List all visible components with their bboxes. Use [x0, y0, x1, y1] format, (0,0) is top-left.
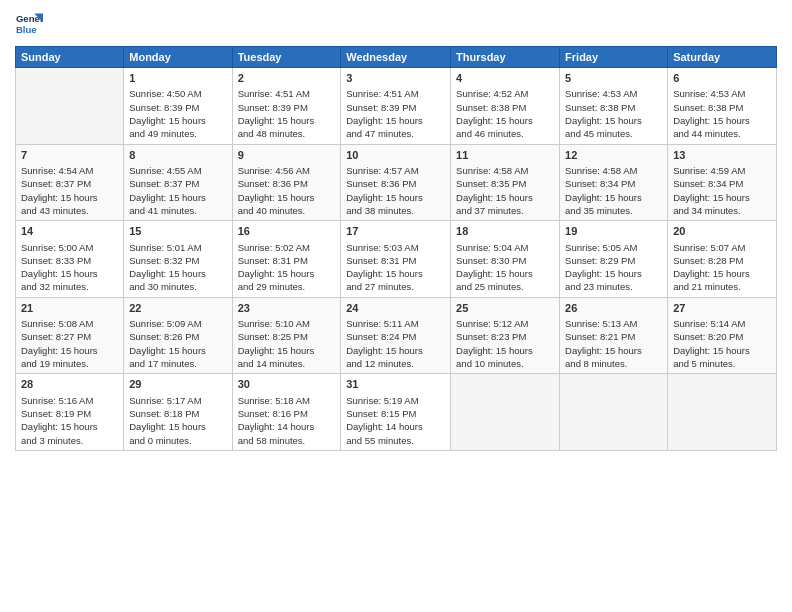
- day-info-line: Sunset: 8:32 PM: [129, 254, 226, 267]
- calendar-header-row: SundayMondayTuesdayWednesdayThursdayFrid…: [16, 47, 777, 68]
- day-info-line: Daylight: 15 hours: [21, 267, 118, 280]
- day-info-line: Daylight: 15 hours: [129, 344, 226, 357]
- calendar-day-cell: 15Sunrise: 5:01 AMSunset: 8:32 PMDayligh…: [124, 221, 232, 298]
- calendar-table: SundayMondayTuesdayWednesdayThursdayFrid…: [15, 46, 777, 451]
- day-info-line: Sunrise: 5:05 AM: [565, 241, 662, 254]
- day-info-line: Sunset: 8:38 PM: [565, 101, 662, 114]
- calendar-day-cell: 29Sunrise: 5:17 AMSunset: 8:18 PMDayligh…: [124, 374, 232, 451]
- page: General Blue SundayMondayTuesdayWednesda…: [0, 0, 792, 612]
- calendar-header-cell: Saturday: [668, 47, 777, 68]
- calendar-day-cell: 14Sunrise: 5:00 AMSunset: 8:33 PMDayligh…: [16, 221, 124, 298]
- day-info-line: Sunset: 8:28 PM: [673, 254, 771, 267]
- day-number: 18: [456, 224, 554, 239]
- day-info-line: Sunset: 8:21 PM: [565, 330, 662, 343]
- day-info-line: Daylight: 15 hours: [673, 114, 771, 127]
- calendar-day-cell: 7Sunrise: 4:54 AMSunset: 8:37 PMDaylight…: [16, 144, 124, 221]
- day-info-line: Sunset: 8:39 PM: [346, 101, 445, 114]
- day-info-line: Daylight: 15 hours: [565, 267, 662, 280]
- day-info-line: Sunrise: 4:53 AM: [673, 87, 771, 100]
- calendar-header-cell: Sunday: [16, 47, 124, 68]
- day-info-line: and 49 minutes.: [129, 127, 226, 140]
- day-info-line: and 46 minutes.: [456, 127, 554, 140]
- calendar-day-cell: [451, 374, 560, 451]
- day-info-line: Sunset: 8:26 PM: [129, 330, 226, 343]
- day-number: 20: [673, 224, 771, 239]
- day-info-line: and 47 minutes.: [346, 127, 445, 140]
- calendar-header-cell: Wednesday: [341, 47, 451, 68]
- day-number: 1: [129, 71, 226, 86]
- day-number: 5: [565, 71, 662, 86]
- day-info-line: and 43 minutes.: [21, 204, 118, 217]
- day-info-line: Sunrise: 5:11 AM: [346, 317, 445, 330]
- day-info-line: Sunrise: 4:55 AM: [129, 164, 226, 177]
- day-info-line: and 40 minutes.: [238, 204, 336, 217]
- day-info-line: and 45 minutes.: [565, 127, 662, 140]
- day-number: 15: [129, 224, 226, 239]
- day-info-line: Sunrise: 4:54 AM: [21, 164, 118, 177]
- day-info-line: Daylight: 15 hours: [238, 191, 336, 204]
- calendar-day-cell: 2Sunrise: 4:51 AMSunset: 8:39 PMDaylight…: [232, 68, 341, 145]
- calendar-day-cell: [668, 374, 777, 451]
- day-number: 14: [21, 224, 118, 239]
- day-info-line: and 35 minutes.: [565, 204, 662, 217]
- calendar-day-cell: 5Sunrise: 4:53 AMSunset: 8:38 PMDaylight…: [560, 68, 668, 145]
- day-number: 28: [21, 377, 118, 392]
- calendar-day-cell: 25Sunrise: 5:12 AMSunset: 8:23 PMDayligh…: [451, 297, 560, 374]
- day-info-line: Daylight: 15 hours: [129, 420, 226, 433]
- calendar-week-row: 7Sunrise: 4:54 AMSunset: 8:37 PMDaylight…: [16, 144, 777, 221]
- day-info-line: Sunset: 8:36 PM: [238, 177, 336, 190]
- day-number: 24: [346, 301, 445, 316]
- day-info-line: Daylight: 15 hours: [346, 267, 445, 280]
- day-info-line: Sunset: 8:16 PM: [238, 407, 336, 420]
- day-number: 11: [456, 148, 554, 163]
- day-info-line: Sunset: 8:39 PM: [129, 101, 226, 114]
- day-info-line: Daylight: 15 hours: [456, 267, 554, 280]
- day-info-line: Daylight: 15 hours: [673, 344, 771, 357]
- day-info-line: Sunrise: 5:09 AM: [129, 317, 226, 330]
- day-info-line: and 41 minutes.: [129, 204, 226, 217]
- calendar-day-cell: 9Sunrise: 4:56 AMSunset: 8:36 PMDaylight…: [232, 144, 341, 221]
- day-info-line: Daylight: 14 hours: [238, 420, 336, 433]
- calendar-day-cell: 28Sunrise: 5:16 AMSunset: 8:19 PMDayligh…: [16, 374, 124, 451]
- calendar-day-cell: 26Sunrise: 5:13 AMSunset: 8:21 PMDayligh…: [560, 297, 668, 374]
- day-info-line: Sunrise: 5:07 AM: [673, 241, 771, 254]
- day-number: 26: [565, 301, 662, 316]
- day-number: 7: [21, 148, 118, 163]
- calendar-header-cell: Thursday: [451, 47, 560, 68]
- day-number: 25: [456, 301, 554, 316]
- day-info-line: Daylight: 15 hours: [456, 344, 554, 357]
- day-info-line: Daylight: 15 hours: [21, 191, 118, 204]
- calendar-day-cell: [560, 374, 668, 451]
- day-info-line: Sunset: 8:38 PM: [673, 101, 771, 114]
- day-info-line: Sunrise: 5:10 AM: [238, 317, 336, 330]
- day-info-line: and 44 minutes.: [673, 127, 771, 140]
- day-info-line: and 27 minutes.: [346, 280, 445, 293]
- logo-icon: General Blue: [15, 10, 43, 38]
- day-info-line: Sunrise: 5:08 AM: [21, 317, 118, 330]
- day-number: 13: [673, 148, 771, 163]
- calendar-week-row: 1Sunrise: 4:50 AMSunset: 8:39 PMDaylight…: [16, 68, 777, 145]
- day-info-line: Sunset: 8:23 PM: [456, 330, 554, 343]
- calendar-body: 1Sunrise: 4:50 AMSunset: 8:39 PMDaylight…: [16, 68, 777, 451]
- calendar-day-cell: 21Sunrise: 5:08 AMSunset: 8:27 PMDayligh…: [16, 297, 124, 374]
- svg-text:Blue: Blue: [16, 24, 37, 35]
- calendar-header-cell: Tuesday: [232, 47, 341, 68]
- day-number: 21: [21, 301, 118, 316]
- calendar-day-cell: 1Sunrise: 4:50 AMSunset: 8:39 PMDaylight…: [124, 68, 232, 145]
- day-info-line: Daylight: 15 hours: [238, 114, 336, 127]
- day-info-line: Sunrise: 5:03 AM: [346, 241, 445, 254]
- day-number: 31: [346, 377, 445, 392]
- day-info-line: Sunset: 8:20 PM: [673, 330, 771, 343]
- logo: General Blue: [15, 10, 47, 38]
- day-number: 23: [238, 301, 336, 316]
- day-info-line: and 29 minutes.: [238, 280, 336, 293]
- day-info-line: Sunset: 8:31 PM: [238, 254, 336, 267]
- day-info-line: Sunset: 8:15 PM: [346, 407, 445, 420]
- calendar-day-cell: 31Sunrise: 5:19 AMSunset: 8:15 PMDayligh…: [341, 374, 451, 451]
- day-info-line: Sunset: 8:35 PM: [456, 177, 554, 190]
- calendar-day-cell: 3Sunrise: 4:51 AMSunset: 8:39 PMDaylight…: [341, 68, 451, 145]
- day-info-line: and 3 minutes.: [21, 434, 118, 447]
- day-info-line: Daylight: 15 hours: [673, 267, 771, 280]
- day-info-line: Sunrise: 4:52 AM: [456, 87, 554, 100]
- day-number: 2: [238, 71, 336, 86]
